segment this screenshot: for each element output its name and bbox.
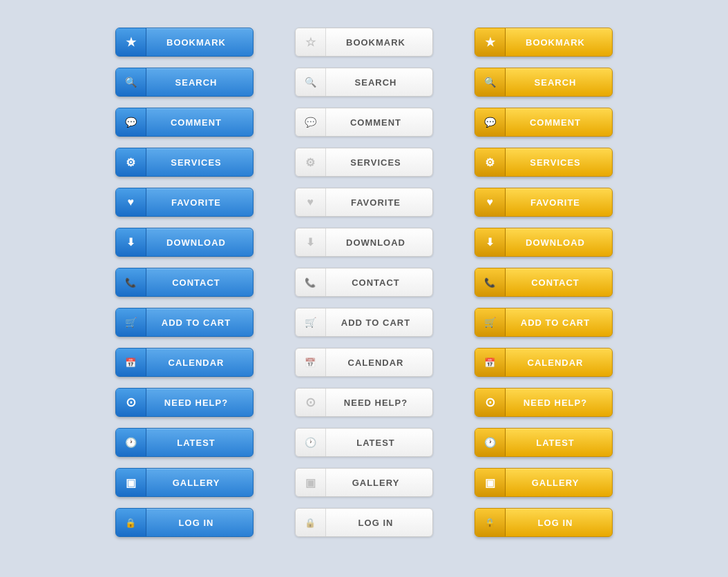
comment-icon-white [296,108,326,136]
comment-button-white[interactable]: COMMENT [295,108,433,137]
search-label-gold: SEARCH [506,77,612,88]
favorite-icon-gold [475,188,506,216]
add-to-cart-label-white: ADD TO CART [326,317,432,328]
download-button-gold[interactable]: DOWNLOAD [475,228,613,257]
bookmark-button-white[interactable]: BOOKMARK [295,28,433,57]
gallery-label-blue: GALLERY [146,478,253,488]
calendar-button-blue[interactable]: CALENDAR [115,348,253,377]
search-icon-white [296,68,326,96]
contact-label-white: CONTACT [326,277,432,288]
favorite-label-white: FAVORITE [326,197,432,208]
gallery-icon-blue [116,469,146,496]
bookmark-label-blue: BOOKMARK [146,37,253,48]
favorite-button-gold[interactable]: FAVORITE [475,188,613,217]
favorite-button-blue[interactable]: FAVORITE [115,188,253,217]
search-icon-blue [116,68,146,96]
need-help-button-blue[interactable]: NEED HELP? [115,388,253,417]
add-to-cart-button-white[interactable]: ADD TO CART [295,308,433,337]
calendar-icon-white [296,349,326,376]
log-in-button-white[interactable]: LOG IN [295,508,433,537]
download-label-white: DOWNLOAD [326,237,432,248]
log-in-label-blue: LOG IN [146,518,253,528]
calendar-label-white: CALENDAR [326,358,432,368]
services-button-gold[interactable]: SERVICES [475,148,613,177]
gallery-icon-white [296,469,326,496]
favorite-icon-white [296,188,326,216]
contact-icon-blue [116,268,146,296]
add-to-cart-icon-white [296,309,326,336]
button-grid: BOOKMARKBOOKMARKBOOKMARKSEARCHSEARCHSEAR… [115,28,613,537]
calendar-button-white[interactable]: CALENDAR [295,348,433,377]
comment-button-blue[interactable]: COMMENT [115,108,253,137]
latest-button-gold[interactable]: LATEST [475,428,613,457]
calendar-label-blue: CALENDAR [146,358,253,368]
search-button-white[interactable]: SEARCH [295,68,433,97]
calendar-label-gold: CALENDAR [506,358,612,368]
log-in-button-blue[interactable]: LOG IN [115,508,253,537]
bookmark-button-blue[interactable]: BOOKMARK [115,28,253,57]
need-help-button-gold[interactable]: NEED HELP? [475,388,613,417]
need-help-button-white[interactable]: NEED HELP? [295,388,433,417]
comment-icon-gold [475,108,506,136]
services-label-white: SERVICES [326,157,432,168]
contact-button-gold[interactable]: CONTACT [475,268,613,297]
bookmark-icon-blue [116,28,146,56]
contact-button-white[interactable]: CONTACT [295,268,433,297]
download-button-blue[interactable]: DOWNLOAD [115,228,253,257]
favorite-label-blue: FAVORITE [146,197,253,208]
services-button-blue[interactable]: SERVICES [115,148,253,177]
bookmark-icon-gold [475,28,506,56]
log-in-button-gold[interactable]: LOG IN [475,508,613,537]
comment-label-blue: COMMENT [146,117,253,128]
comment-button-gold[interactable]: COMMENT [475,108,613,137]
gallery-button-blue[interactable]: GALLERY [115,468,253,497]
log-in-label-gold: LOG IN [506,518,612,528]
comment-label-white: COMMENT [326,117,432,128]
favorite-icon-blue [116,188,146,216]
download-button-white[interactable]: DOWNLOAD [295,228,433,257]
gallery-button-white[interactable]: GALLERY [295,468,433,497]
search-icon-gold [475,68,506,96]
download-label-blue: DOWNLOAD [146,237,253,248]
bookmark-label-white: BOOKMARK [326,37,432,48]
calendar-button-gold[interactable]: CALENDAR [475,348,613,377]
need-help-icon-blue [116,389,146,416]
services-button-white[interactable]: SERVICES [295,148,433,177]
add-to-cart-button-blue[interactable]: ADD TO CART [115,308,253,337]
log-in-label-white: LOG IN [326,518,432,528]
add-to-cart-label-gold: ADD TO CART [506,317,612,328]
gallery-label-gold: GALLERY [506,478,612,488]
add-to-cart-button-gold[interactable]: ADD TO CART [475,308,613,337]
services-icon-blue [116,148,146,176]
calendar-icon-gold [475,349,506,376]
contact-label-blue: CONTACT [146,277,253,288]
search-button-gold[interactable]: SEARCH [475,68,613,97]
need-help-label-white: NEED HELP? [326,398,432,408]
bookmark-button-gold[interactable]: BOOKMARK [475,28,613,57]
comment-label-gold: COMMENT [506,117,612,128]
services-label-blue: SERVICES [146,157,253,168]
search-label-blue: SEARCH [146,77,253,88]
search-button-blue[interactable]: SEARCH [115,68,253,97]
latest-icon-white [296,429,326,456]
services-label-gold: SERVICES [506,157,612,168]
bookmark-icon-white [296,28,326,56]
latest-label-gold: LATEST [506,438,612,448]
add-to-cart-label-blue: ADD TO CART [146,317,253,328]
services-icon-white [296,148,326,176]
contact-label-gold: CONTACT [506,277,612,288]
comment-icon-blue [116,108,146,136]
latest-button-blue[interactable]: LATEST [115,428,253,457]
need-help-label-gold: NEED HELP? [506,398,612,408]
gallery-button-gold[interactable]: GALLERY [475,468,613,497]
favorite-button-white[interactable]: FAVORITE [295,188,433,217]
contact-button-blue[interactable]: CONTACT [115,268,253,297]
contact-icon-white [296,268,326,296]
gallery-icon-gold [475,469,506,496]
search-label-white: SEARCH [326,77,432,88]
favorite-label-gold: FAVORITE [506,197,612,208]
latest-button-white[interactable]: LATEST [295,428,433,457]
log-in-icon-blue [116,509,146,536]
contact-icon-gold [475,268,506,296]
download-icon-white [296,228,326,256]
